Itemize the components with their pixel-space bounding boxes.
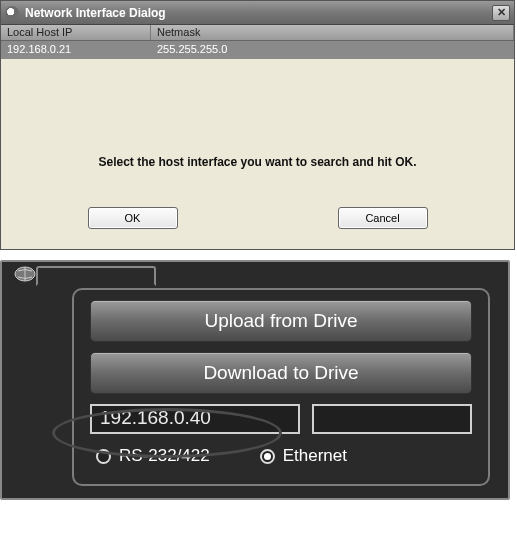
earth-icon bbox=[14, 266, 36, 282]
dialog-titlebar[interactable]: Network Interface Dialog ✕ bbox=[1, 1, 514, 25]
interface-list-empty bbox=[1, 59, 514, 129]
radio-serial[interactable]: RS-232/422 bbox=[96, 446, 210, 466]
download-button-label: Download to Drive bbox=[203, 362, 358, 384]
secondary-field[interactable] bbox=[312, 404, 472, 434]
ok-button[interactable]: OK bbox=[88, 207, 178, 229]
radio-ethernet-label: Ethernet bbox=[283, 446, 347, 466]
interface-list-header: Local Host IP Netmask bbox=[1, 25, 514, 41]
column-header-netmask[interactable]: Netmask bbox=[151, 25, 514, 40]
radio-row: RS-232/422 Ethernet bbox=[90, 446, 472, 466]
globe-icon bbox=[5, 6, 19, 20]
radio-ethernet[interactable]: Ethernet bbox=[260, 446, 347, 466]
radio-serial-label: RS-232/422 bbox=[119, 446, 210, 466]
interface-list-row[interactable]: 192.168.0.21 255.255.255.0 bbox=[1, 41, 514, 59]
network-interface-dialog: Network Interface Dialog ✕ Local Host IP… bbox=[0, 0, 515, 250]
cell-netmask: 255.255.255.0 bbox=[151, 41, 514, 59]
dialog-content: Select the host interface you want to se… bbox=[1, 129, 514, 187]
instruction-text: Select the host interface you want to se… bbox=[21, 155, 494, 169]
panel-tab-outline bbox=[36, 266, 156, 286]
upload-button-label: Upload from Drive bbox=[204, 310, 357, 332]
ip-address-field[interactable]: 192.168.0.40 bbox=[90, 404, 300, 434]
close-button[interactable]: ✕ bbox=[492, 5, 510, 21]
drive-panel: Upload from Drive Download to Drive 192.… bbox=[0, 260, 510, 500]
cell-ip: 192.168.0.21 bbox=[1, 41, 151, 59]
close-icon: ✕ bbox=[497, 7, 506, 18]
upload-from-drive-button[interactable]: Upload from Drive bbox=[90, 300, 472, 342]
fields-row: 192.168.0.40 bbox=[90, 404, 472, 434]
download-to-drive-button[interactable]: Download to Drive bbox=[90, 352, 472, 394]
radio-dot-icon bbox=[260, 449, 275, 464]
cancel-button[interactable]: Cancel bbox=[338, 207, 428, 229]
radio-dot-icon bbox=[96, 449, 111, 464]
ok-button-label: OK bbox=[125, 212, 141, 224]
drive-panel-inner: Upload from Drive Download to Drive 192.… bbox=[72, 288, 490, 486]
cancel-button-label: Cancel bbox=[365, 212, 399, 224]
ip-address-value: 192.168.0.40 bbox=[100, 407, 211, 428]
dialog-button-row: OK Cancel bbox=[1, 187, 514, 249]
column-header-ip[interactable]: Local Host IP bbox=[1, 25, 151, 40]
dialog-title: Network Interface Dialog bbox=[25, 6, 492, 20]
